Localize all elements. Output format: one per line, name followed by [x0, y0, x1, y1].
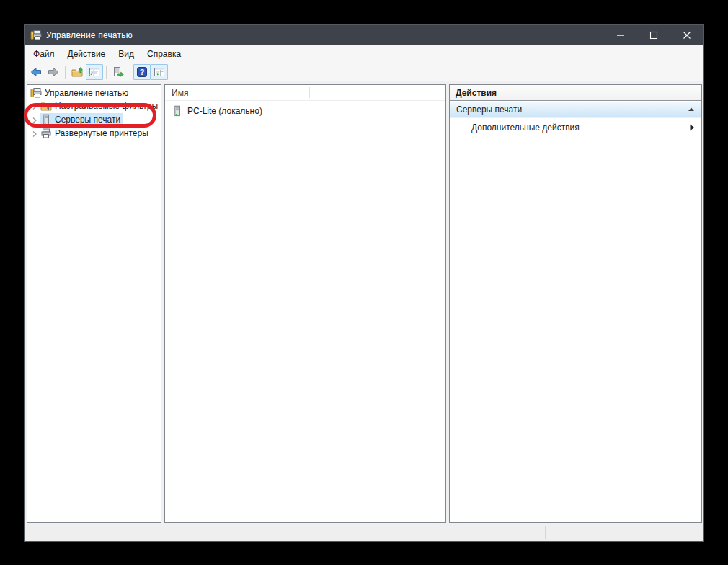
maximize-button[interactable] [637, 25, 670, 45]
list-item-label: PC-Lite (локально) [187, 106, 262, 116]
actions-item-label: Дополнительные действия [471, 123, 580, 133]
menu-action[interactable]: Действие [61, 46, 112, 62]
deployed-printers-icon [40, 128, 52, 139]
console-tree-panel: Управление печатью Настраиваемые [27, 84, 161, 523]
back-icon [30, 66, 42, 78]
menu-view[interactable]: Вид [112, 46, 141, 62]
svg-text:?: ? [140, 68, 145, 76]
tree-item-label: Развернутые принтеры [55, 128, 148, 138]
list-item-pc-lite[interactable]: PC-Lite (локально) [165, 104, 445, 117]
window-title: Управление печатью [46, 30, 133, 40]
forward-icon [48, 66, 59, 78]
toolbar-separator [130, 66, 130, 79]
help-button[interactable]: ? [133, 64, 151, 80]
actions-panel: Действия Серверы печати Дополнительные д… [449, 84, 702, 523]
submenu-arrow-icon [689, 123, 695, 132]
actions-pane-title: Действия [450, 85, 701, 101]
actions-group-print-servers[interactable]: Серверы печати [450, 101, 701, 118]
show-console-tree-icon [89, 66, 100, 78]
show-action-pane-icon [154, 66, 165, 78]
menu-help[interactable]: Справка [141, 46, 187, 62]
help-icon: ? [136, 66, 148, 78]
show-console-tree-button[interactable] [86, 64, 103, 80]
red-highlight-annotation [24, 103, 156, 128]
column-separator[interactable] [309, 87, 310, 98]
export-list-icon [112, 66, 124, 78]
print-management-app-icon [30, 30, 42, 41]
list-header: Имя [165, 85, 445, 101]
forward-button[interactable] [45, 64, 62, 80]
chevron-right-icon[interactable] [29, 129, 40, 139]
actions-group-label: Серверы печати [456, 104, 522, 115]
print-management-node-icon [30, 87, 42, 99]
column-header-name[interactable]: Имя [172, 88, 188, 98]
minimize-button[interactable] [604, 25, 637, 45]
close-button[interactable] [670, 25, 703, 45]
window-controls [604, 25, 703, 45]
statusbar-separator [545, 526, 546, 539]
status-bar [25, 524, 703, 541]
up-one-level-button[interactable] [68, 64, 86, 80]
collapse-arrow-icon[interactable] [688, 106, 695, 113]
menu-bar: Файл Действие Вид Справка [25, 45, 703, 63]
tree-item-deployed-printers[interactable]: Развернутые принтеры [27, 127, 161, 141]
title-bar: Управление печатью [25, 25, 703, 45]
screenshot-canvas: Управление печатью Файл Действие Вид [0, 0, 728, 565]
close-icon [681, 30, 693, 41]
menu-file[interactable]: Файл [27, 46, 61, 62]
show-action-pane-button[interactable] [151, 64, 168, 80]
print-server-icon [172, 105, 183, 117]
toolbar: ? [25, 63, 703, 81]
export-list-button[interactable] [110, 64, 127, 80]
actions-item-more-actions[interactable]: Дополнительные действия [450, 118, 701, 136]
actions-title-label: Действия [456, 88, 497, 98]
toolbar-separator [106, 66, 107, 79]
minimize-icon [615, 30, 626, 41]
tree-root-label: Управление печатью [45, 88, 128, 98]
maximize-icon [648, 30, 660, 41]
tree-root-print-management[interactable]: Управление печатью [27, 86, 161, 99]
back-button[interactable] [27, 64, 45, 80]
toolbar-separator [65, 66, 66, 79]
print-management-window: Управление печатью Файл Действие Вид [24, 24, 704, 542]
up-one-level-icon [71, 66, 83, 78]
results-list-panel: Имя PC-Lite (локально) [164, 84, 446, 523]
statusbar-separator [642, 526, 642, 539]
